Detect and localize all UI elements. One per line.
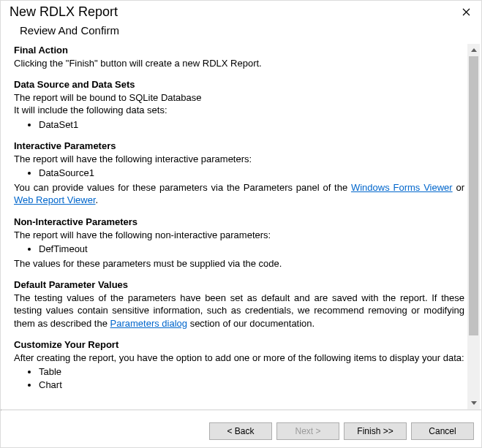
finish-button[interactable]: Finish >> bbox=[344, 422, 407, 440]
vertical-scrollbar[interactable] bbox=[467, 44, 480, 409]
wizard-button-row: < Back Next > Finish >> Cancel bbox=[1, 411, 481, 447]
defaults-head: Default Parameter Values bbox=[14, 278, 464, 292]
noninteractive-l1: The report will have the following non-i… bbox=[14, 229, 464, 242]
noninteractive-l2: The values for these parameters must be … bbox=[14, 257, 464, 270]
cancel-button[interactable]: Cancel bbox=[411, 422, 474, 440]
list-item: Chart bbox=[39, 379, 464, 392]
interactive-l2: You can provide values for these paramet… bbox=[14, 181, 464, 207]
interactive-l1: The report will have the following inter… bbox=[14, 153, 464, 166]
scrollbar-thumb[interactable] bbox=[469, 56, 478, 335]
summary-content: Final Action Clicking the "Finish" butto… bbox=[14, 44, 467, 409]
scroll-down-icon[interactable] bbox=[467, 397, 480, 409]
windows-forms-viewer-link[interactable]: Windows Forms Viewer bbox=[351, 182, 453, 193]
data-source-l2: It will include the following data sets: bbox=[14, 104, 464, 117]
data-source-head: Data Source and Data Sets bbox=[14, 78, 464, 91]
back-button[interactable]: < Back bbox=[209, 422, 272, 440]
title-bar: New RDLX Report bbox=[1, 1, 481, 21]
noninteractive-head: Non-Interactive Parameters bbox=[14, 216, 464, 229]
list-item: Table bbox=[39, 365, 464, 379]
scroll-up-icon[interactable] bbox=[467, 44, 480, 56]
list-item: DefTimeout bbox=[39, 243, 464, 256]
close-icon[interactable] bbox=[455, 4, 477, 20]
window-title: New RDLX Report bbox=[10, 4, 455, 20]
list-item: DataSource1 bbox=[39, 167, 464, 180]
next-button: Next > bbox=[276, 422, 339, 440]
final-action-text: Clicking the "Finish" button will create… bbox=[14, 57, 464, 70]
list-item: DataSet1 bbox=[39, 118, 464, 132]
web-report-viewer-link[interactable]: Web Report Viewer bbox=[14, 194, 96, 205]
customize-l1: After creating the report, you have the … bbox=[14, 352, 464, 365]
customize-head: Customize Your Report bbox=[14, 338, 464, 352]
page-subtitle: Review And Confirm bbox=[1, 21, 481, 44]
interactive-head: Interactive Parameters bbox=[14, 140, 464, 153]
defaults-text: The testing values of the parameters hav… bbox=[14, 292, 464, 330]
parameters-dialog-link[interactable]: Parameters dialog bbox=[110, 318, 188, 329]
final-action-head: Final Action bbox=[14, 44, 464, 57]
data-source-l1: The report will be bound to SQLite Datab… bbox=[14, 91, 464, 105]
